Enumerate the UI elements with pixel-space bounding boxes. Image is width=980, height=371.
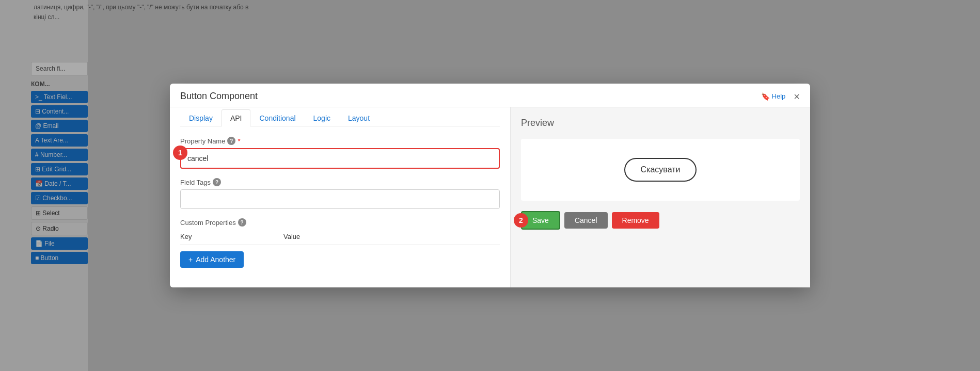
field-tags-label: Field Tags ? <box>180 178 500 186</box>
tabs-bar: Display API Conditional Logic Layout <box>180 107 500 126</box>
preview-area: Скасувати <box>521 139 800 201</box>
property-name-help-icon[interactable]: ? <box>227 137 235 145</box>
col-value-header: Value <box>283 233 300 240</box>
right-panel: Preview Скасувати 2 Save <box>511 107 810 287</box>
tab-layout[interactable]: Layout <box>339 109 378 126</box>
action-buttons: Save Cancel Remove <box>521 211 800 230</box>
custom-properties-group: Custom Properties ? Key Value + Add Anot… <box>180 218 500 268</box>
modal-dialog: Button Component 🔖 Help × Display <box>170 84 810 287</box>
tab-display[interactable]: Display <box>180 109 222 126</box>
add-another-button[interactable]: + Add Another <box>180 251 244 268</box>
modal-header-right: 🔖 Help × <box>761 91 800 102</box>
add-another-label: Add Another <box>196 255 235 264</box>
property-name-label: Property Name ? * <box>180 137 500 145</box>
custom-properties-label: Custom Properties ? <box>180 218 500 227</box>
help-link[interactable]: 🔖 Help <box>761 92 786 101</box>
field-tags-help-icon[interactable]: ? <box>213 178 221 186</box>
field-tags-group: Field Tags ? <box>180 178 500 209</box>
tab-logic[interactable]: Logic <box>305 109 339 126</box>
modal-header: Button Component 🔖 Help × <box>170 84 810 107</box>
property-name-input[interactable] <box>180 148 500 169</box>
step-1-badge: 1 <box>173 146 187 160</box>
help-icon: 🔖 <box>761 92 770 101</box>
step-2-badge: 2 <box>514 213 528 228</box>
remove-button[interactable]: Remove <box>612 212 659 229</box>
required-indicator: * <box>238 137 240 145</box>
tab-conditional[interactable]: Conditional <box>250 109 304 126</box>
tab-api[interactable]: API <box>222 109 251 126</box>
modal-body: Display API Conditional Logic Layout <box>170 107 810 287</box>
close-button[interactable]: × <box>794 91 800 102</box>
property-name-group: 1 Property Name ? * <box>180 137 500 169</box>
col-key-header: Key <box>180 233 283 240</box>
field-tags-input[interactable] <box>180 189 500 209</box>
cancel-button[interactable]: Cancel <box>564 212 608 229</box>
custom-props-header: Key Value <box>180 233 500 245</box>
add-another-icon: + <box>188 255 193 264</box>
action-buttons-wrapper: 2 Save Cancel Remove <box>521 211 800 230</box>
preview-title: Preview <box>521 118 800 128</box>
preview-button: Скасувати <box>624 158 697 182</box>
custom-properties-help-icon[interactable]: ? <box>238 218 246 227</box>
modal-overlay: Button Component 🔖 Help × Display <box>0 0 980 371</box>
modal-title: Button Component <box>180 91 258 102</box>
left-panel: Display API Conditional Logic Layout <box>170 107 511 287</box>
